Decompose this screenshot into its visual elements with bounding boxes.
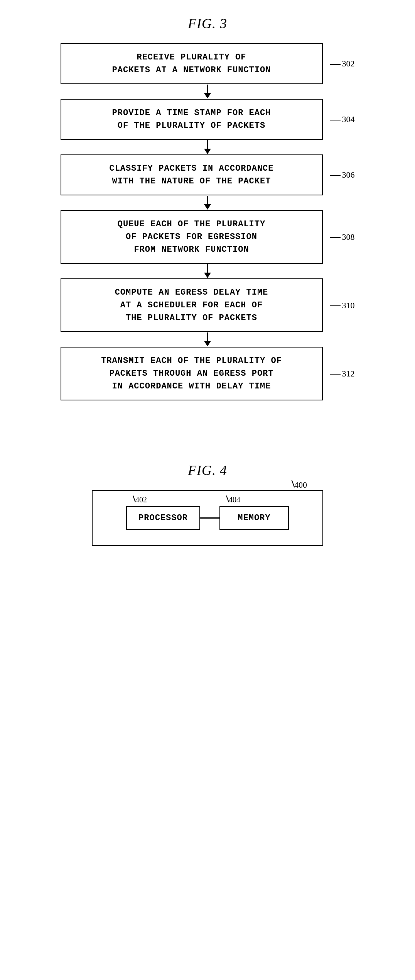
step-box-312: TRANSMIT EACH OF THE PLURALITY OFPACKETS… bbox=[61, 347, 323, 400]
arrow-head-1 bbox=[204, 93, 211, 98]
step-ref-304: 304 bbox=[330, 114, 355, 124]
step-ref-312: 312 bbox=[330, 369, 355, 379]
arrow-line-4 bbox=[207, 264, 208, 273]
arrow-5 bbox=[76, 332, 339, 347]
arrow-head-5 bbox=[204, 341, 211, 346]
arrow-3 bbox=[76, 195, 339, 210]
processor-ref: 402 bbox=[134, 495, 147, 504]
step-row-312: TRANSMIT EACH OF THE PLURALITY OFPACKETS… bbox=[34, 347, 381, 400]
memory-block-wrap: 404 MEMORY bbox=[219, 506, 289, 530]
processor-block: PROCESSOR bbox=[126, 506, 200, 530]
arrow-shape-4 bbox=[204, 264, 211, 278]
fig4-title: FIG. 4 bbox=[188, 462, 227, 478]
arrow-2 bbox=[76, 140, 339, 154]
arrow-line-3 bbox=[207, 196, 208, 204]
step-box-302: RECEIVE PLURALITY OFPACKETS AT A NETWORK… bbox=[61, 43, 323, 84]
inner-blocks-container: 402 PROCESSOR 404 MEMORY bbox=[126, 506, 289, 530]
arrow-line-5 bbox=[207, 332, 208, 341]
arrow-shape-5 bbox=[204, 332, 211, 346]
outer-block-400: 400 402 PROCESSOR 404 MEMORY bbox=[92, 490, 323, 546]
arrow-head-3 bbox=[204, 204, 211, 210]
connector-line bbox=[200, 517, 219, 519]
arrow-head-4 bbox=[204, 273, 211, 278]
step-row-304: PROVIDE A TIME STAMP FOR EACHOF THE PLUR… bbox=[34, 99, 381, 140]
block-diagram-fig4: 400 402 PROCESSOR 404 MEMORY bbox=[34, 490, 381, 546]
step-ref-302: 302 bbox=[330, 59, 355, 69]
page-container: FIG. 3 RECEIVE PLURALITY OFPACKETS AT A … bbox=[0, 0, 415, 561]
step-box-308: QUEUE EACH OF THE PLURALITYOF PACKETS FO… bbox=[61, 210, 323, 264]
arrow-4 bbox=[76, 264, 339, 278]
step-row-302: RECEIVE PLURALITY OFPACKETS AT A NETWORK… bbox=[34, 43, 381, 84]
arrow-shape-3 bbox=[204, 196, 211, 210]
step-ref-310: 310 bbox=[330, 300, 355, 310]
flowchart-fig3: RECEIVE PLURALITY OFPACKETS AT A NETWORK… bbox=[34, 43, 381, 400]
arrow-shape-2 bbox=[204, 140, 211, 154]
arrow-line-1 bbox=[207, 85, 208, 93]
step-box-306: CLASSIFY PACKETS IN ACCORDANCEWITH THE N… bbox=[61, 154, 323, 195]
memory-block: MEMORY bbox=[219, 506, 289, 530]
arrow-shape-1 bbox=[204, 85, 211, 98]
processor-block-wrap: 402 PROCESSOR bbox=[126, 506, 200, 530]
step-box-304: PROVIDE A TIME STAMP FOR EACHOF THE PLUR… bbox=[61, 99, 323, 140]
step-box-310: COMPUTE AN EGRESS DELAY TIMEAT A SCHEDUL… bbox=[61, 278, 323, 332]
arrow-1 bbox=[76, 84, 339, 99]
arrow-line-2 bbox=[207, 140, 208, 149]
step-ref-306: 306 bbox=[330, 170, 355, 180]
fig3-title: FIG. 3 bbox=[188, 15, 227, 32]
step-row-310: COMPUTE AN EGRESS DELAY TIMEAT A SCHEDUL… bbox=[34, 278, 381, 332]
outer-ref-400: 400 bbox=[293, 480, 307, 490]
arrow-head-2 bbox=[204, 149, 211, 154]
step-ref-308: 308 bbox=[330, 232, 355, 242]
step-row-308: QUEUE EACH OF THE PLURALITYOF PACKETS FO… bbox=[34, 210, 381, 264]
memory-ref: 404 bbox=[227, 495, 240, 504]
step-row-306: CLASSIFY PACKETS IN ACCORDANCEWITH THE N… bbox=[34, 154, 381, 195]
